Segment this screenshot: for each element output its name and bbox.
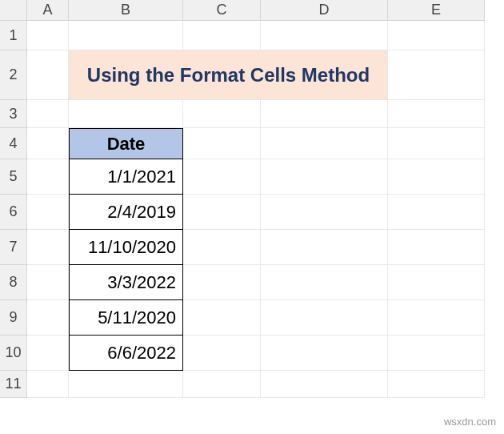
cell-c7[interactable] — [183, 230, 261, 265]
cell-a1[interactable] — [27, 21, 69, 50]
cell-a4[interactable] — [27, 128, 69, 159]
cell-d10[interactable] — [261, 336, 388, 371]
cell-d7[interactable] — [261, 230, 388, 265]
cell-e3[interactable] — [388, 100, 485, 128]
cell-d5[interactable] — [261, 159, 388, 195]
col-header-a[interactable]: A — [27, 0, 69, 21]
spreadsheet-grid: A B C D E 1 2 3 4 5 6 7 8 9 10 11 Using … — [0, 0, 504, 398]
date-value[interactable]: 5/11/2020 — [69, 300, 183, 336]
cell-e1[interactable] — [388, 21, 485, 50]
cell-d1[interactable] — [261, 21, 388, 50]
cell-a6[interactable] — [27, 195, 69, 230]
row-header-10[interactable]: 10 — [0, 336, 27, 371]
cell-d8[interactable] — [261, 265, 388, 300]
cell-e5[interactable] — [388, 159, 485, 195]
cell-d6[interactable] — [261, 195, 388, 230]
date-value[interactable]: 3/3/2022 — [69, 265, 183, 300]
cell-c10[interactable] — [183, 336, 261, 371]
cell-c9[interactable] — [183, 300, 261, 336]
cell-e11[interactable] — [388, 371, 485, 398]
cell-c1[interactable] — [183, 21, 261, 50]
cell-e9[interactable] — [388, 300, 485, 336]
date-value[interactable]: 1/1/2021 — [69, 159, 183, 195]
row-header-2[interactable]: 2 — [0, 50, 27, 100]
page-title[interactable]: Using the Format Cells Method — [69, 50, 388, 100]
cell-e6[interactable] — [388, 195, 485, 230]
col-header-c[interactable]: C — [183, 0, 261, 21]
cell-a8[interactable] — [27, 265, 69, 300]
date-value[interactable]: 2/4/2019 — [69, 195, 183, 230]
cell-a5[interactable] — [27, 159, 69, 195]
watermark-text: wsxdn.com — [444, 416, 496, 428]
cell-e4[interactable] — [388, 128, 485, 159]
row-header-11[interactable]: 11 — [0, 371, 27, 398]
cell-b3[interactable] — [69, 100, 183, 128]
cell-a3[interactable] — [27, 100, 69, 128]
col-header-b[interactable]: B — [69, 0, 183, 21]
cell-d9[interactable] — [261, 300, 388, 336]
date-value[interactable]: 11/10/2020 — [69, 230, 183, 265]
cell-c5[interactable] — [183, 159, 261, 195]
cell-d4[interactable] — [261, 128, 388, 159]
cell-a9[interactable] — [27, 300, 69, 336]
cell-c8[interactable] — [183, 265, 261, 300]
row-header-4[interactable]: 4 — [0, 128, 27, 159]
cell-c11[interactable] — [183, 371, 261, 398]
row-header-1[interactable]: 1 — [0, 21, 27, 50]
cell-d11[interactable] — [261, 371, 388, 398]
cell-e2[interactable] — [388, 50, 485, 100]
cell-e10[interactable] — [388, 336, 485, 371]
cell-c4[interactable] — [183, 128, 261, 159]
row-header-3[interactable]: 3 — [0, 100, 27, 128]
cell-a2[interactable] — [27, 50, 69, 100]
cell-c3[interactable] — [183, 100, 261, 128]
row-header-6[interactable]: 6 — [0, 195, 27, 230]
cell-c6[interactable] — [183, 195, 261, 230]
select-all-corner[interactable] — [0, 0, 27, 21]
col-header-d[interactable]: D — [261, 0, 388, 21]
row-header-8[interactable]: 8 — [0, 265, 27, 300]
row-header-7[interactable]: 7 — [0, 230, 27, 265]
cell-e8[interactable] — [388, 265, 485, 300]
date-column-header[interactable]: Date — [69, 128, 183, 159]
cell-d3[interactable] — [261, 100, 388, 128]
cell-b1[interactable] — [69, 21, 183, 50]
row-header-9[interactable]: 9 — [0, 300, 27, 336]
cell-a11[interactable] — [27, 371, 69, 398]
cell-a10[interactable] — [27, 336, 69, 371]
cell-b11[interactable] — [69, 371, 183, 398]
row-header-5[interactable]: 5 — [0, 159, 27, 195]
date-value[interactable]: 6/6/2022 — [69, 336, 183, 371]
col-header-e[interactable]: E — [388, 0, 485, 21]
cell-e7[interactable] — [388, 230, 485, 265]
cell-a7[interactable] — [27, 230, 69, 265]
